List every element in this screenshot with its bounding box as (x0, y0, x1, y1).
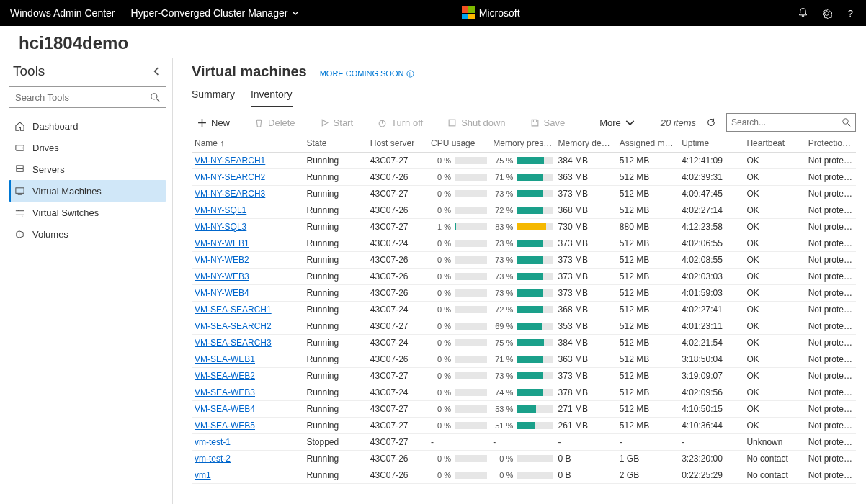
sidebar-item-volumes[interactable]: Volumes (9, 223, 166, 245)
table-row[interactable]: VM-SEA-WEB2Running43C07-270 %73 %373 MB5… (192, 368, 856, 384)
vm-link[interactable]: VM-SEA-WEB3 (195, 387, 255, 397)
cell-heartbeat: OK (744, 153, 805, 169)
search-icon (151, 93, 160, 102)
sidebar-item-servers[interactable]: Servers (9, 158, 166, 180)
table-row[interactable]: VM-SEA-WEB4Running43C07-270 %53 %271 MB5… (192, 401, 856, 418)
cell-cpu: 0 % (428, 186, 490, 202)
table-row[interactable]: VM-SEA-SEARCH1Running43C07-240 %72 %368 … (192, 302, 856, 318)
table-row[interactable]: VM-SEA-WEB5Running43C07-270 %51 %261 MB5… (192, 418, 856, 434)
vm-link[interactable]: vm-test-1 (195, 437, 231, 447)
column-header[interactable]: Assigned mem... (617, 135, 679, 153)
main-search-input[interactable] (731, 117, 842, 127)
column-header[interactable]: Name ↑ (192, 135, 304, 153)
cell-mem: - (490, 434, 555, 451)
info-icon: i (406, 70, 414, 78)
vm-link[interactable]: VM-NY-SEARCH1 (195, 156, 265, 166)
column-header[interactable]: Memory press... (490, 135, 555, 153)
cell-cpu: 0 % (428, 401, 490, 418)
sidebar-search-input[interactable] (15, 92, 151, 103)
top-bar: Windows Admin Center Hyper-Converged Clu… (0, 0, 866, 26)
cell-cpu: 0 % (428, 302, 490, 318)
table-row[interactable]: VM-NY-WEB3Running43C07-260 %73 %373 MB51… (192, 269, 856, 285)
table-row[interactable]: VM-NY-WEB4Running43C07-260 %73 %373 MB51… (192, 285, 856, 302)
vm-link[interactable]: VM-SEA-SEARCH1 (195, 305, 272, 315)
vm-link[interactable]: VM-SEA-WEB4 (195, 404, 255, 414)
cell-uptime: 4:02:08:55 (679, 252, 744, 269)
cell-assigned: 512 MB (617, 153, 679, 169)
cell-uptime: - (679, 434, 744, 451)
vm-link[interactable]: vm-test-2 (195, 454, 231, 464)
cell-uptime: 4:01:23:11 (679, 318, 744, 335)
vm-link[interactable]: VM-NY-SEARCH3 (195, 189, 265, 199)
vm-link[interactable]: VM-SEA-WEB5 (195, 420, 255, 431)
column-header[interactable]: Memory dema... (555, 135, 617, 153)
start-button[interactable]: Start (314, 114, 359, 131)
table-row[interactable]: VM-NY-SEARCH3Running43C07-270 %73 %373 M… (192, 186, 856, 202)
cell-heartbeat: OK (744, 302, 805, 318)
table-row[interactable]: VM-SEA-SEARCH2Running43C07-270 %69 %353 … (192, 318, 856, 335)
table-row[interactable]: vm-test-1Stopped43C07-27-----UnknownNot … (192, 434, 856, 451)
vm-link[interactable]: VM-NY-WEB2 (195, 255, 249, 265)
main-search[interactable] (726, 113, 856, 132)
cell-mem: 0 % (490, 467, 555, 484)
vm-link[interactable]: VM-SEA-SEARCH3 (195, 338, 272, 348)
delete-button[interactable]: Delete (249, 114, 301, 131)
cell-cpu: 0 % (428, 318, 490, 335)
cell-protection: Not protected (805, 235, 856, 252)
vm-link[interactable]: VM-NY-SEARCH2 (195, 172, 265, 182)
vm-link[interactable]: vm1 (195, 470, 211, 480)
context-switcher[interactable]: Hyper-Converged Cluster Manager (131, 7, 300, 19)
table-row[interactable]: vm1Running43C07-260 %0 %0 B2 GB0:22:25:2… (192, 467, 856, 484)
more-button[interactable]: More (594, 114, 640, 131)
collapse-icon[interactable] (152, 67, 161, 76)
table-row[interactable]: vm-test-2Running43C07-260 %0 %0 B1 GB3:2… (192, 451, 856, 467)
tab-inventory[interactable]: Inventory (251, 84, 293, 107)
more-coming-soon-link[interactable]: MORE COMING SOON i (320, 69, 415, 78)
cell-host: 43C07-26 (367, 269, 428, 285)
cell-cpu: 0 % (428, 351, 490, 368)
svg-point-4 (22, 147, 24, 148)
table-row[interactable]: VM-NY-SQL1Running43C07-260 %72 %368 MB51… (192, 202, 856, 219)
cell-demand: 363 MB (555, 351, 617, 368)
vm-link[interactable]: VM-NY-SQL1 (195, 205, 246, 215)
vm-link[interactable]: VM-SEA-WEB2 (195, 371, 255, 381)
table-row[interactable]: VM-SEA-SEARCH3Running43C07-240 %75 %384 … (192, 335, 856, 351)
table-row[interactable]: VM-SEA-WEB1Running43C07-260 %71 %363 MB5… (192, 351, 856, 368)
sidebar-item-dashboard[interactable]: Dashboard (9, 115, 166, 137)
vm-link[interactable]: VM-SEA-SEARCH2 (195, 321, 272, 331)
sidebar-item-virtual-switches[interactable]: Virtual Switches (9, 202, 166, 223)
tab-summary[interactable]: Summary (192, 84, 235, 107)
help-icon[interactable]: ? (845, 8, 856, 19)
refresh-icon[interactable] (706, 117, 716, 127)
column-header[interactable]: Protection... (805, 135, 856, 153)
column-header[interactable]: Uptime (679, 135, 744, 153)
sidebar-item-virtual-machines[interactable]: Virtual Machines (9, 180, 166, 202)
cell-cpu: 0 % (428, 451, 490, 467)
vm-link[interactable]: VM-NY-WEB3 (195, 271, 249, 282)
column-header[interactable]: CPU usage (428, 135, 490, 153)
column-header[interactable]: State (304, 135, 367, 153)
cell-uptime: 4:09:47:45 (679, 186, 744, 202)
table-row[interactable]: VM-NY-WEB1Running43C07-240 %73 %373 MB51… (192, 235, 856, 252)
notifications-icon[interactable] (798, 7, 808, 19)
vm-link[interactable]: VM-NY-WEB1 (195, 238, 249, 248)
column-header[interactable]: Host server (367, 135, 428, 153)
cell-host: 43C07-24 (367, 335, 428, 351)
new-button[interactable]: New (192, 114, 236, 131)
sidebar-search[interactable] (9, 86, 166, 108)
sidebar-item-drives[interactable]: Drives (9, 137, 166, 158)
table-row[interactable]: VM-NY-SQL3Running43C07-271 %83 %730 MB88… (192, 219, 856, 235)
table-row[interactable]: VM-NY-SEARCH1Running43C07-270 %75 %384 M… (192, 153, 856, 169)
table-row[interactable]: VM-NY-WEB2Running43C07-260 %73 %373 MB51… (192, 252, 856, 269)
turnoff-button[interactable]: Turn off (372, 114, 429, 131)
toolbar: New Delete Start Turn off Shut down Save… (192, 113, 856, 132)
vm-link[interactable]: VM-SEA-WEB1 (195, 354, 255, 364)
shutdown-button[interactable]: Shut down (442, 114, 511, 131)
vm-link[interactable]: VM-NY-WEB4 (195, 288, 249, 298)
save-button[interactable]: Save (524, 114, 571, 131)
vm-link[interactable]: VM-NY-SQL3 (195, 222, 246, 232)
gear-icon[interactable] (821, 8, 832, 19)
table-row[interactable]: VM-SEA-WEB3Running43C07-240 %74 %378 MB5… (192, 384, 856, 401)
table-row[interactable]: VM-NY-SEARCH2Running43C07-260 %71 %363 M… (192, 169, 856, 186)
column-header[interactable]: Heartbeat (744, 135, 805, 153)
